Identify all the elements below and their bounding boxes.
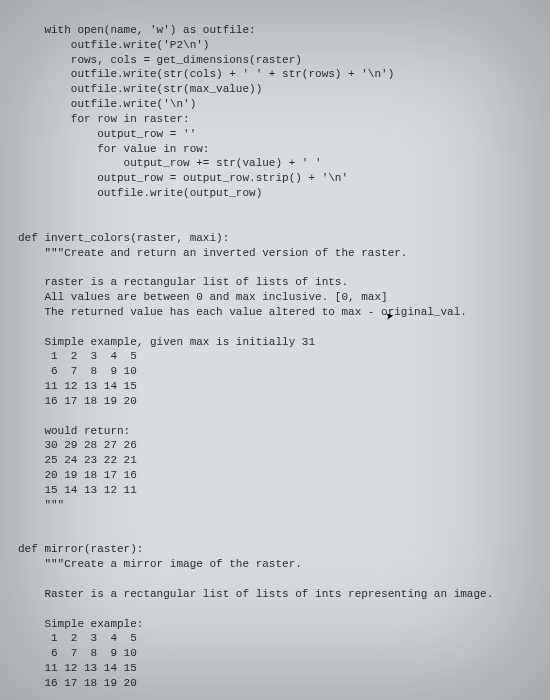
code-line: Raster is a rectangular list of lists of… bbox=[18, 588, 493, 600]
code-line: 20 19 18 17 16 bbox=[18, 469, 137, 481]
code-line: output_row = output_row.strip() + '\n' bbox=[18, 172, 348, 184]
code-line: 15 14 13 12 11 bbox=[18, 484, 137, 496]
code-line: outfile.write('P2\n') bbox=[18, 39, 209, 51]
code-document: with open(name, 'w') as outfile: outfile… bbox=[0, 0, 550, 700]
code-line: 16 17 18 19 20 bbox=[18, 395, 137, 407]
code-line: 16 17 18 19 20 bbox=[18, 677, 137, 689]
code-line: rows, cols = get_dimensions(raster) bbox=[18, 54, 302, 66]
code-line: with open(name, 'w') as outfile: bbox=[18, 24, 256, 36]
code-line: outfile.write('\n') bbox=[18, 98, 196, 110]
code-line: 11 12 13 14 15 bbox=[18, 662, 137, 674]
code-line: raster is a rectangular list of lists of… bbox=[18, 276, 348, 288]
code-line: def mirror(raster): bbox=[18, 543, 143, 555]
code-line: The returned value has each value altere… bbox=[18, 306, 467, 318]
code-line: output_row += str(value) + ' ' bbox=[18, 157, 322, 169]
code-line: outfile.write(output_row) bbox=[18, 187, 262, 199]
code-line: for value in row: bbox=[18, 143, 209, 155]
code-line: 6 7 8 9 10 bbox=[18, 365, 137, 377]
code-line: """Create a mirror image of the raster. bbox=[18, 558, 302, 570]
code-line: def invert_colors(raster, maxi): bbox=[18, 232, 229, 244]
code-line: outfile.write(str(cols) + ' ' + str(rows… bbox=[18, 68, 394, 80]
code-line: 11 12 13 14 15 bbox=[18, 380, 137, 392]
code-line: would return: bbox=[18, 425, 130, 437]
code-line: Simple example: bbox=[18, 618, 143, 630]
code-line: """ bbox=[18, 499, 64, 511]
code-line: outfile.write(str(max_value)) bbox=[18, 83, 262, 95]
code-line: 25 24 23 22 21 bbox=[18, 454, 137, 466]
code-line: 30 29 28 27 26 bbox=[18, 439, 137, 451]
code-line: 6 7 8 9 10 bbox=[18, 647, 137, 659]
code-line: Simple example, given max is initially 3… bbox=[18, 336, 315, 348]
code-line: for row in raster: bbox=[18, 113, 190, 125]
code-line: All values are between 0 and max inclusi… bbox=[18, 291, 388, 303]
code-line: 1 2 3 4 5 bbox=[18, 632, 137, 644]
code-line: output_row = '' bbox=[18, 128, 196, 140]
code-line: 1 2 3 4 5 bbox=[18, 350, 137, 362]
code-line: """Create and return an inverted version… bbox=[18, 247, 407, 259]
